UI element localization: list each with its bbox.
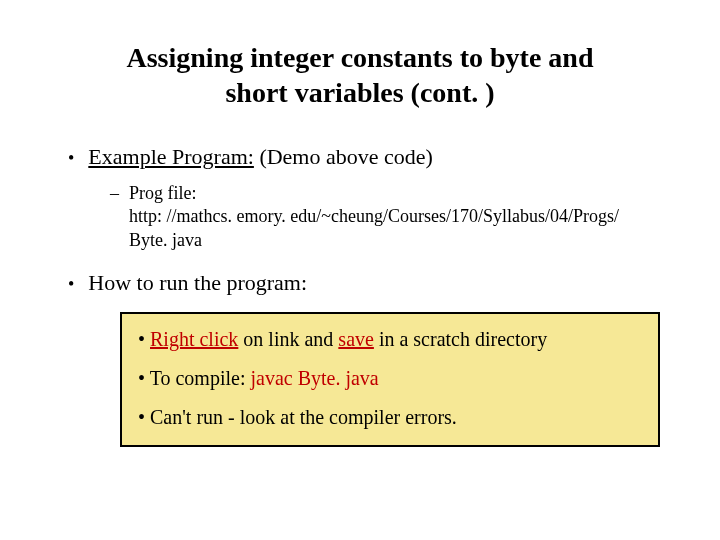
box-line-1: • Right click on link and save in a scra…: [138, 328, 642, 351]
box-l1-mid: on link and: [238, 328, 338, 350]
bullet-example-program: • Example Program: (Demo above code): [68, 144, 660, 172]
box-line-2: • To compile: javac Byte. java: [138, 367, 642, 390]
example-program-rest: (Demo above code): [254, 144, 433, 169]
box-l2-pre: • To compile:: [138, 367, 250, 389]
dash-icon: –: [110, 182, 119, 205]
sub-bullet-prog-file: – Prog file: http: //mathcs. emory. edu/…: [110, 182, 660, 252]
box-bullet-icon: •: [138, 328, 150, 350]
box-line-3: • Can't run - look at the compiler error…: [138, 406, 642, 429]
slide-title: Assigning integer constants to byte and …: [60, 40, 660, 110]
prog-file-url: http: //mathcs. emory. edu/~cheung/Cours…: [129, 206, 619, 249]
bullet-dot-icon: •: [68, 144, 74, 172]
compile-command: javac Byte. java: [250, 367, 378, 389]
prog-file-label: Prog file:: [129, 183, 197, 203]
bullet-dot-icon: •: [68, 270, 74, 298]
slide: Assigning integer constants to byte and …: [0, 0, 720, 447]
instruction-box: • Right click on link and save in a scra…: [120, 312, 660, 447]
box-l1-post: in a scratch directory: [374, 328, 547, 350]
prog-file-content: Prog file: http: //mathcs. emory. edu/~c…: [129, 182, 649, 252]
title-line-2: short variables (cont. ): [225, 77, 494, 108]
bullet-text: Example Program: (Demo above code): [88, 144, 433, 170]
bullet-how-to-run: • How to run the program:: [68, 270, 660, 298]
example-program-label: Example Program:: [88, 144, 254, 169]
save-text: save: [338, 328, 374, 350]
title-line-1: Assigning integer constants to byte and: [127, 42, 594, 73]
right-click-text: Right click: [150, 328, 238, 350]
how-to-run-text: How to run the program:: [88, 270, 307, 296]
